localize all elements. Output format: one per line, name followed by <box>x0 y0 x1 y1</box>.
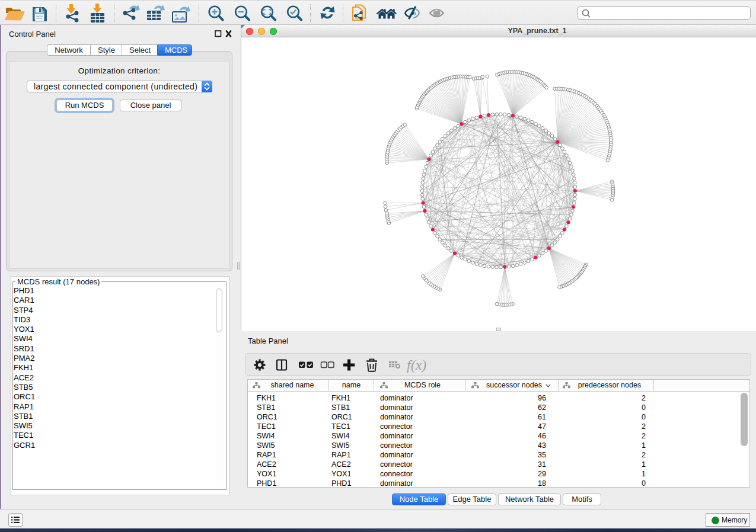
svg-text:f(x): f(x) <box>407 357 426 373</box>
